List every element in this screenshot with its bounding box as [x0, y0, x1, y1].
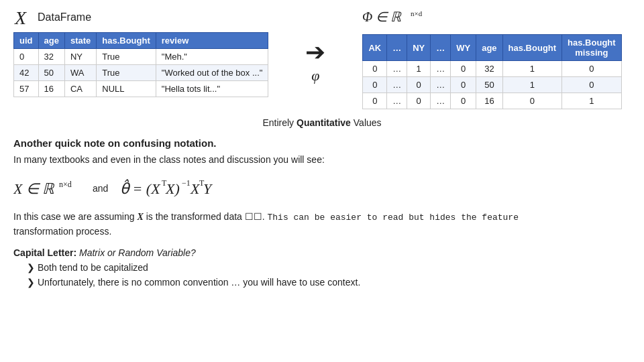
df-col-age: age [38, 33, 64, 49]
table-cell: … [387, 93, 407, 109]
phi-title: Φ ∈ ℝ n×d [362, 7, 443, 30]
df-col-state: state [64, 33, 96, 49]
table-cell: 50 [476, 77, 502, 93]
capital-subtitle: Matrix or Random Variable? [79, 247, 196, 258]
svg-text:−1: −1 [182, 178, 191, 188]
phi-formula-title: Φ ∈ ℝ n×d [362, 7, 443, 27]
table-cell: 0 [451, 93, 476, 109]
dataframe-table: uid age state has.Bought review 032NYTru… [13, 32, 268, 97]
table-cell: 0 [562, 77, 622, 93]
table-row: 0…0…01601 [363, 93, 621, 109]
df-table-body: 032NYTrue"Meh."4250WATrue"Worked out of … [14, 49, 268, 97]
table-row: 0…1…03210 [363, 61, 621, 77]
df-col-review: review [156, 33, 268, 49]
svg-text:Φ ∈ ℝ: Φ ∈ ℝ [362, 9, 402, 24]
phi-col-age: age [476, 35, 502, 61]
phi-table-body: 0…1…032100…0…050100…0…01601 [363, 61, 621, 109]
table-cell: 1 [562, 93, 622, 109]
table-cell: WA [64, 65, 96, 81]
bullet1-line: ❯ Both tend to be capitalized [13, 260, 631, 275]
x-symbol: X [13, 7, 32, 28]
top-section: X DataFrame uid age state has.Bought rev… [13, 7, 631, 109]
table-cell: NY [64, 49, 96, 65]
arrow-area: ➔ φ [288, 7, 342, 84]
left-table-area: X DataFrame uid age state has.Bought rev… [13, 7, 268, 97]
table-cell: 57 [14, 81, 39, 97]
table-cell: 50 [38, 65, 64, 81]
bullet2-text: Unfortunately, there is no common conven… [38, 277, 360, 288]
svg-text:X ∈ ℝ: X ∈ ℝ [13, 180, 55, 197]
table-cell: 1 [502, 77, 562, 93]
phi-col-hasbought: has.Bought [502, 35, 562, 61]
and-text: and [93, 183, 108, 194]
table-cell: 1 [407, 61, 431, 77]
bullet1-text: Both tend to be capitalized [38, 262, 148, 273]
svg-text:Y: Y [203, 180, 213, 197]
table-cell: True [97, 49, 156, 65]
table-cell: 0 [451, 61, 476, 77]
table-cell: 0 [14, 49, 39, 65]
right-arrow: ➔ [305, 40, 325, 64]
table-cell: 0 [363, 77, 387, 93]
table-title: X DataFrame [13, 7, 91, 28]
table-cell: "Meh." [156, 49, 268, 65]
capital-section: Capital Letter: Matrix or Random Variabl… [13, 245, 631, 290]
capital-title: Capital Letter: [13, 247, 76, 258]
table-cell: … [387, 61, 407, 77]
right-table-area: Φ ∈ ℝ n×d AK … NY … WY age has.Bought ha… [362, 7, 621, 109]
table-cell: … [431, 77, 451, 93]
table-cell: True [97, 65, 156, 81]
table-cell: 0 [502, 93, 562, 109]
table-cell: 42 [14, 65, 39, 81]
entirely-label: Entirely Quantitative Values [13, 117, 631, 128]
phi-header-row: AK … NY … WY age has.Bought has.Boughtmi… [363, 35, 621, 61]
table-cell: 32 [476, 61, 502, 77]
svg-text:n×d: n×d [411, 9, 423, 17]
table-cell: CA [64, 81, 96, 97]
svg-text:θ̂ = (X: θ̂ = (X [120, 179, 161, 197]
italic-x: X [137, 212, 143, 222]
table-cell: 0 [363, 61, 387, 77]
phi-symbol: φ [311, 67, 319, 84]
table-cell: 32 [38, 49, 64, 65]
phi-col-wy: WY [451, 35, 476, 61]
table-cell: 16 [476, 93, 502, 109]
df-col-hasbought: has.Bought [97, 33, 156, 49]
phi-col-dots1: … [387, 35, 407, 61]
table-cell: … [431, 61, 451, 77]
theta-formula: θ̂ = (X T X) −1 X T Y [120, 174, 254, 203]
bullet2-line: ❯ Unfortunately, there is no common conv… [13, 275, 631, 290]
table-cell: "Hella tots lit..." [156, 81, 268, 97]
table-cell: "Worked out of the box ..." [156, 65, 268, 81]
svg-text:X): X) [165, 180, 180, 197]
monospace-text: This can be easier to read but hides the… [268, 213, 519, 223]
phi-col-hasbought-missing: has.Boughtmissing [562, 35, 622, 61]
table-row: 0…0…05010 [363, 77, 621, 93]
table-row: 5716CANULL"Hella tots lit..." [14, 81, 268, 97]
table-row: 032NYTrue"Meh." [14, 49, 268, 65]
paragraph2: In this case we are assuming X is the tr… [13, 210, 631, 239]
table-cell: 16 [38, 81, 64, 97]
svg-text:n×d: n×d [59, 180, 72, 189]
table-cell: … [387, 77, 407, 93]
df-col-uid: uid [14, 33, 39, 49]
table-cell: NULL [97, 81, 156, 97]
phi-table: AK … NY … WY age has.Bought has.Boughtmi… [362, 34, 621, 109]
phi-col-ak: AK [363, 35, 387, 61]
dataframe-label: DataFrame [38, 11, 91, 23]
note-title: Another quick note on confusing notation… [13, 137, 631, 149]
table-cell: 0 [407, 77, 431, 93]
formula-line: X ∈ ℝ n×d and θ̂ = (X T X) −1 X T Y [13, 174, 631, 203]
table-cell: 0 [451, 77, 476, 93]
phi-col-dots2: … [431, 35, 451, 61]
svg-text:X: X [14, 7, 27, 28]
df-header-row: uid age state has.Bought review [14, 33, 268, 49]
paragraph1: In many textbooks and even in the class … [13, 153, 631, 167]
table-row: 4250WATrue"Worked out of the box ..." [14, 65, 268, 81]
table-cell: 0 [562, 61, 622, 77]
quantitative-bold: Quantitative [297, 117, 351, 128]
x-in-r-formula: X ∈ ℝ n×d [13, 176, 80, 200]
table-cell: 0 [407, 93, 431, 109]
table-cell: 0 [363, 93, 387, 109]
table-cell: 1 [502, 61, 562, 77]
